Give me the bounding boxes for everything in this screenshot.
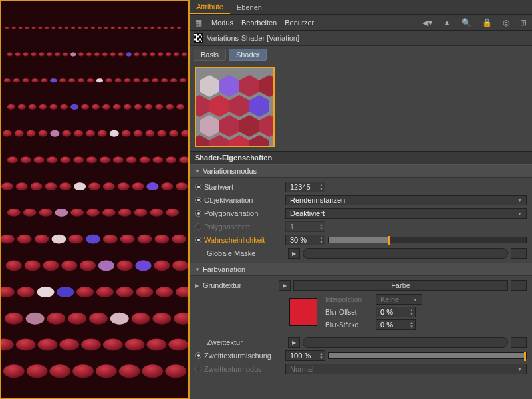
svg-point-24 <box>132 313 150 325</box>
svg-point-155 <box>115 78 122 82</box>
svg-point-101 <box>140 156 150 163</box>
row-globalemaske: Globale Maske ▶ ... <box>190 247 532 260</box>
menu-benutzer[interactable]: Benutzer <box>285 19 314 27</box>
svg-point-152 <box>87 78 94 82</box>
target-icon[interactable]: ◎ <box>501 18 511 27</box>
svg-point-181 <box>134 52 140 56</box>
svg-point-107 <box>3 130 12 137</box>
anim-dot[interactable] <box>195 210 201 217</box>
group-label: Farbvariation <box>203 265 245 273</box>
label-interpolation: Interpolation <box>325 296 372 303</box>
svg-point-192 <box>19 27 23 29</box>
svg-point-141 <box>110 130 119 137</box>
svg-point-5 <box>96 364 117 378</box>
svg-rect-0 <box>1 1 188 398</box>
svg-point-28 <box>17 287 35 297</box>
texture-arrow-button[interactable]: ▶ <box>288 248 300 259</box>
expand-icon[interactable]: ▶ <box>195 283 200 289</box>
menu-bearbeiten[interactable]: Bearbeiten <box>241 19 277 27</box>
color-swatch[interactable] <box>289 298 317 326</box>
tab-ebenen[interactable]: Ebenen <box>230 1 269 13</box>
anim-dot[interactable] <box>195 197 201 203</box>
svg-point-123 <box>7 104 15 110</box>
anim-dot[interactable] <box>195 237 201 243</box>
svg-point-171 <box>55 52 60 56</box>
svg-point-206 <box>111 27 115 29</box>
shader-preview[interactable] <box>195 67 275 147</box>
svg-point-106 <box>146 182 158 190</box>
new-tab-icon[interactable]: ⊞ <box>519 18 528 27</box>
svg-point-191 <box>12 27 16 29</box>
viewport[interactable] <box>0 0 190 399</box>
slider-zweittexturmischung[interactable] <box>328 351 527 360</box>
nav-up-icon[interactable]: ▲ <box>442 18 452 27</box>
svg-point-127 <box>49 104 57 110</box>
input-blurstaerke[interactable]: 0 % ▲▼ <box>376 319 416 330</box>
svg-point-207 <box>118 27 122 29</box>
nav-back-icon[interactable]: ◀▾ <box>421 18 434 27</box>
anim-dot[interactable] <box>195 184 201 190</box>
button-farbe[interactable]: Farbe <box>293 280 508 291</box>
svg-point-69 <box>86 209 100 217</box>
texture-arrow-button[interactable]: ▶ <box>279 280 291 291</box>
input-startwert[interactable]: 12345 ▲▼ <box>285 182 325 192</box>
svg-point-114 <box>86 130 95 137</box>
svg-point-197 <box>51 27 55 29</box>
texture-arrow-button[interactable]: ▶ <box>288 337 300 348</box>
lock-icon[interactable]: 🔒 <box>481 18 493 27</box>
group-farbvariation[interactable]: ▼ Farbvariation <box>190 263 532 276</box>
svg-point-211 <box>144 27 148 29</box>
svg-point-203 <box>91 27 95 29</box>
input-globalemaske[interactable] <box>303 248 508 259</box>
svg-point-165 <box>7 52 13 56</box>
svg-point-99 <box>113 156 124 163</box>
svg-point-189 <box>126 52 132 56</box>
object-title: Variations-Shader [Variation] <box>207 34 299 42</box>
grid-icon[interactable]: ▦ <box>194 18 203 27</box>
row-polygonschritt: Polygonschritt 1 ▲▼ <box>190 220 532 233</box>
svg-point-140 <box>50 130 59 137</box>
more-button[interactable]: ... <box>511 248 527 259</box>
svg-point-190 <box>5 27 9 29</box>
anim-dot[interactable] <box>195 352 201 359</box>
svg-point-57 <box>68 235 83 244</box>
svg-point-45 <box>154 260 170 271</box>
dropdown-objektvariation[interactable]: Renderinstanzen▼ <box>285 195 527 205</box>
svg-point-73 <box>150 209 163 217</box>
svg-point-199 <box>65 27 68 29</box>
tab-attribute[interactable]: Attribute <box>190 0 230 14</box>
menu-modus[interactable]: Modus <box>211 19 233 27</box>
search-icon[interactable]: 🔍 <box>460 18 473 27</box>
more-button[interactable]: ... <box>511 280 527 291</box>
svg-point-126 <box>39 104 47 110</box>
svg-point-62 <box>154 235 169 244</box>
svg-point-160 <box>161 78 168 82</box>
svg-point-142 <box>70 104 78 110</box>
svg-point-54 <box>17 235 32 244</box>
label-wahrscheinlichkeit: Wahrscheinlichkeit <box>204 236 283 244</box>
dropdown-polygonvariation[interactable]: Deaktiviert▼ <box>285 208 527 219</box>
input-zweittextur[interactable] <box>303 337 508 348</box>
svg-point-172 <box>63 52 68 56</box>
group-variationsmodus[interactable]: ▼ Variationsmodus <box>190 164 532 178</box>
label-startwert: Startwert <box>204 183 283 191</box>
slider-wahrscheinlichkeit[interactable] <box>328 235 527 245</box>
svg-point-21 <box>68 313 86 325</box>
input-bluroffset[interactable]: 0 % ▲▼ <box>376 307 416 317</box>
row-grundtextur-detail: Interpolation Keine▼ Blur-Offset 0 % ▲▼ … <box>190 292 532 332</box>
subtab-basis[interactable]: Basis <box>194 49 226 61</box>
row-startwert: Startwert 12345 ▲▼ <box>190 180 532 194</box>
svg-point-121 <box>169 130 178 137</box>
subtab-shader[interactable]: Shader <box>229 49 267 61</box>
svg-point-95 <box>60 156 70 163</box>
input-zweittexturmischung[interactable]: 100 % ▲▼ <box>285 350 325 361</box>
input-wahrscheinlichkeit[interactable]: 30 % ▲▼ <box>285 235 325 245</box>
more-button[interactable]: ... <box>511 337 527 348</box>
svg-point-213 <box>157 27 161 29</box>
svg-point-35 <box>156 287 173 297</box>
svg-point-108 <box>15 130 24 137</box>
label-zweittextur: Zweittextur <box>207 338 285 346</box>
svg-point-63 <box>172 235 186 244</box>
svg-point-158 <box>143 78 150 82</box>
svg-point-198 <box>58 27 62 29</box>
